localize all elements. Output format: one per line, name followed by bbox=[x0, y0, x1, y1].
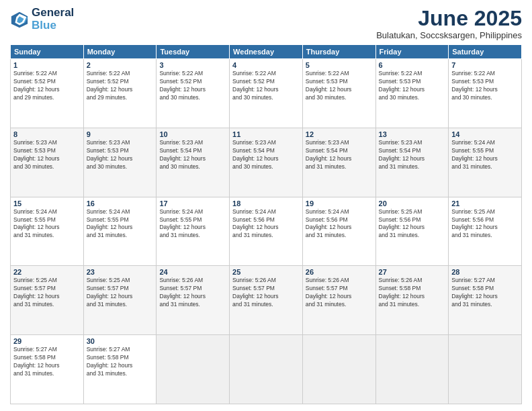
calendar-cell: 13Sunrise: 5:23 AM Sunset: 5:54 PM Dayli… bbox=[375, 128, 449, 197]
day-info: Sunrise: 5:26 AM Sunset: 5:57 PM Dayligh… bbox=[306, 277, 373, 309]
day-info: Sunrise: 5:22 AM Sunset: 5:53 PM Dayligh… bbox=[379, 70, 446, 102]
col-wednesday: Wednesday bbox=[230, 45, 303, 59]
day-info: Sunrise: 5:22 AM Sunset: 5:53 PM Dayligh… bbox=[451, 70, 519, 102]
day-number: 17 bbox=[159, 199, 226, 208]
col-thursday: Thursday bbox=[302, 45, 375, 59]
day-number: 1 bbox=[13, 61, 81, 69]
day-info: Sunrise: 5:26 AM Sunset: 5:58 PM Dayligh… bbox=[379, 277, 446, 309]
col-friday: Friday bbox=[375, 45, 449, 59]
day-number: 30 bbox=[87, 337, 154, 345]
calendar-cell: 14Sunrise: 5:24 AM Sunset: 5:55 PM Dayli… bbox=[449, 128, 522, 197]
day-info: Sunrise: 5:23 AM Sunset: 5:54 PM Dayligh… bbox=[306, 139, 373, 171]
calendar-cell: 12Sunrise: 5:23 AM Sunset: 5:54 PM Dayli… bbox=[302, 128, 375, 197]
calendar-cell: 3Sunrise: 5:22 AM Sunset: 5:52 PM Daylig… bbox=[157, 59, 230, 128]
location: Bulatukan, Soccsksargen, Philippines bbox=[376, 30, 522, 40]
table-row: 1Sunrise: 5:22 AM Sunset: 5:52 PM Daylig… bbox=[11, 59, 522, 128]
day-number: 29 bbox=[13, 337, 81, 345]
table-row: 22Sunrise: 5:25 AM Sunset: 5:57 PM Dayli… bbox=[11, 266, 522, 335]
day-number: 23 bbox=[87, 268, 154, 276]
day-info: Sunrise: 5:24 AM Sunset: 5:55 PM Dayligh… bbox=[13, 208, 81, 240]
table-row: 8Sunrise: 5:23 AM Sunset: 5:53 PM Daylig… bbox=[11, 128, 522, 197]
day-number: 4 bbox=[232, 61, 300, 69]
day-info: Sunrise: 5:23 AM Sunset: 5:54 PM Dayligh… bbox=[379, 139, 446, 171]
calendar-cell: 30Sunrise: 5:27 AM Sunset: 5:58 PM Dayli… bbox=[83, 335, 157, 404]
header: General Blue June 2025 Bulatukan, Soccsk… bbox=[10, 7, 522, 40]
day-info: Sunrise: 5:22 AM Sunset: 5:52 PM Dayligh… bbox=[13, 70, 81, 102]
day-number: 27 bbox=[379, 268, 446, 276]
calendar-cell: 25Sunrise: 5:26 AM Sunset: 5:57 PM Dayli… bbox=[230, 266, 303, 335]
day-number: 8 bbox=[13, 130, 81, 138]
day-info: Sunrise: 5:24 AM Sunset: 5:55 PM Dayligh… bbox=[87, 208, 154, 240]
day-info: Sunrise: 5:24 AM Sunset: 5:56 PM Dayligh… bbox=[306, 208, 373, 240]
day-info: Sunrise: 5:24 AM Sunset: 5:55 PM Dayligh… bbox=[451, 139, 519, 171]
day-info: Sunrise: 5:25 AM Sunset: 5:56 PM Dayligh… bbox=[379, 208, 446, 240]
calendar-cell: 2Sunrise: 5:22 AM Sunset: 5:52 PM Daylig… bbox=[83, 59, 157, 128]
title-block: June 2025 Bulatukan, Soccsksargen, Phili… bbox=[376, 7, 522, 40]
day-info: Sunrise: 5:25 AM Sunset: 5:57 PM Dayligh… bbox=[13, 277, 81, 309]
day-number: 10 bbox=[159, 130, 226, 138]
table-row: 29Sunrise: 5:27 AM Sunset: 5:58 PM Dayli… bbox=[11, 335, 522, 404]
day-number: 11 bbox=[232, 130, 300, 138]
day-info: Sunrise: 5:22 AM Sunset: 5:53 PM Dayligh… bbox=[306, 70, 373, 102]
day-number: 6 bbox=[379, 61, 446, 69]
day-number: 9 bbox=[87, 130, 154, 138]
day-number: 25 bbox=[232, 268, 300, 276]
calendar-cell: 1Sunrise: 5:22 AM Sunset: 5:52 PM Daylig… bbox=[11, 59, 84, 128]
calendar-cell: 22Sunrise: 5:25 AM Sunset: 5:57 PM Dayli… bbox=[11, 266, 84, 335]
calendar-cell: 5Sunrise: 5:22 AM Sunset: 5:53 PM Daylig… bbox=[302, 59, 375, 128]
col-tuesday: Tuesday bbox=[157, 45, 230, 59]
logo-icon bbox=[10, 10, 29, 29]
day-number: 2 bbox=[87, 61, 154, 69]
calendar-table: Sunday Monday Tuesday Wednesday Thursday… bbox=[10, 44, 522, 404]
calendar-cell bbox=[449, 335, 522, 404]
col-saturday: Saturday bbox=[449, 45, 522, 59]
day-info: Sunrise: 5:27 AM Sunset: 5:58 PM Dayligh… bbox=[87, 346, 154, 378]
day-number: 18 bbox=[232, 199, 300, 208]
col-sunday: Sunday bbox=[11, 45, 84, 59]
calendar-cell bbox=[230, 335, 303, 404]
day-number: 24 bbox=[159, 268, 226, 276]
day-number: 7 bbox=[451, 61, 519, 69]
calendar-cell: 17Sunrise: 5:24 AM Sunset: 5:55 PM Dayli… bbox=[157, 197, 230, 266]
calendar-cell: 21Sunrise: 5:25 AM Sunset: 5:56 PM Dayli… bbox=[449, 197, 522, 266]
calendar-cell: 23Sunrise: 5:25 AM Sunset: 5:57 PM Dayli… bbox=[83, 266, 157, 335]
day-number: 16 bbox=[87, 199, 154, 208]
logo: General Blue bbox=[10, 7, 74, 32]
calendar-cell: 6Sunrise: 5:22 AM Sunset: 5:53 PM Daylig… bbox=[375, 59, 449, 128]
calendar-cell: 7Sunrise: 5:22 AM Sunset: 5:53 PM Daylig… bbox=[449, 59, 522, 128]
day-info: Sunrise: 5:25 AM Sunset: 5:56 PM Dayligh… bbox=[451, 208, 519, 240]
day-info: Sunrise: 5:23 AM Sunset: 5:54 PM Dayligh… bbox=[159, 139, 226, 171]
calendar-cell: 29Sunrise: 5:27 AM Sunset: 5:58 PM Dayli… bbox=[11, 335, 84, 404]
day-info: Sunrise: 5:23 AM Sunset: 5:53 PM Dayligh… bbox=[13, 139, 81, 171]
day-number: 22 bbox=[13, 268, 81, 276]
month-title: June 2025 bbox=[376, 7, 522, 30]
calendar-cell bbox=[157, 335, 230, 404]
day-info: Sunrise: 5:22 AM Sunset: 5:52 PM Dayligh… bbox=[87, 70, 154, 102]
day-number: 14 bbox=[451, 130, 519, 138]
calendar-cell: 19Sunrise: 5:24 AM Sunset: 5:56 PM Dayli… bbox=[302, 197, 375, 266]
col-monday: Monday bbox=[83, 45, 157, 59]
calendar-cell bbox=[375, 335, 449, 404]
day-info: Sunrise: 5:26 AM Sunset: 5:57 PM Dayligh… bbox=[232, 277, 300, 309]
day-info: Sunrise: 5:23 AM Sunset: 5:53 PM Dayligh… bbox=[87, 139, 154, 171]
calendar-cell: 26Sunrise: 5:26 AM Sunset: 5:57 PM Dayli… bbox=[302, 266, 375, 335]
calendar-cell bbox=[302, 335, 375, 404]
day-number: 19 bbox=[306, 199, 373, 208]
day-number: 26 bbox=[306, 268, 373, 276]
calendar-cell: 4Sunrise: 5:22 AM Sunset: 5:52 PM Daylig… bbox=[230, 59, 303, 128]
calendar-cell: 8Sunrise: 5:23 AM Sunset: 5:53 PM Daylig… bbox=[11, 128, 84, 197]
day-info: Sunrise: 5:24 AM Sunset: 5:55 PM Dayligh… bbox=[159, 208, 226, 240]
day-number: 21 bbox=[451, 199, 519, 208]
calendar-cell: 27Sunrise: 5:26 AM Sunset: 5:58 PM Dayli… bbox=[375, 266, 449, 335]
calendar-cell: 24Sunrise: 5:26 AM Sunset: 5:57 PM Dayli… bbox=[157, 266, 230, 335]
day-info: Sunrise: 5:24 AM Sunset: 5:56 PM Dayligh… bbox=[232, 208, 300, 240]
day-number: 28 bbox=[451, 268, 519, 276]
calendar-page: General Blue June 2025 Bulatukan, Soccsk… bbox=[0, 0, 532, 411]
day-number: 3 bbox=[159, 61, 226, 69]
day-number: 5 bbox=[306, 61, 373, 69]
calendar-cell: 16Sunrise: 5:24 AM Sunset: 5:55 PM Dayli… bbox=[83, 197, 157, 266]
day-info: Sunrise: 5:23 AM Sunset: 5:54 PM Dayligh… bbox=[232, 139, 300, 171]
day-number: 12 bbox=[306, 130, 373, 138]
day-info: Sunrise: 5:25 AM Sunset: 5:57 PM Dayligh… bbox=[87, 277, 154, 309]
calendar-cell: 11Sunrise: 5:23 AM Sunset: 5:54 PM Dayli… bbox=[230, 128, 303, 197]
